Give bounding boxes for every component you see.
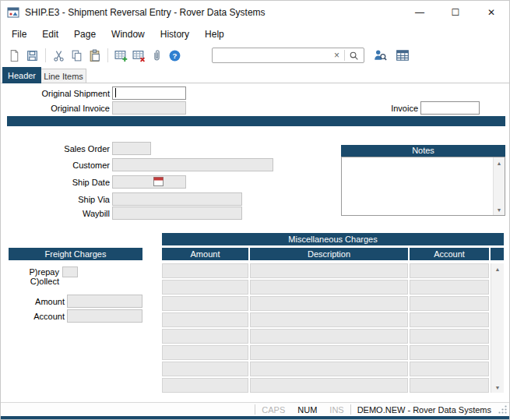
original-shipment-field[interactable] [112,86,186,100]
sales-order-input[interactable] [112,142,151,155]
minimize-button[interactable]: — [402,1,438,24]
resize-grip-icon[interactable] [498,404,508,415]
toolbar-separator [107,48,108,62]
waybill-input[interactable] [112,206,242,220]
original-invoice-label: Original Invoice [1,104,110,113]
misc-cell-r7c2[interactable] [410,378,489,393]
caps-indicator: CAPS [255,405,291,415]
window-bottom-accent [1,416,509,419]
tab-line-items[interactable]: Line Items [41,69,86,83]
invoice-input[interactable] [420,101,480,115]
session-info: DEMO.NEW - Rover Data Systems [351,405,498,415]
copy-icon[interactable] [68,47,85,64]
waybill-label: Waybill [1,209,110,218]
window-title: SHIP.E3 - Shipment Reversal Entry - Rove… [25,7,402,18]
scroll-up-icon[interactable]: ▲ [491,263,504,274]
misc-scrollbar[interactable]: ▲ ▼ [491,263,504,393]
text-caret [115,88,116,97]
misc-cell-r1c2[interactable] [410,280,489,295]
menubar: File Edit Page Window History Help [1,24,509,44]
paste-icon[interactable] [86,47,103,64]
misc-cell-r6c2[interactable] [410,362,489,376]
header-tab-page: Original Shipment Original Invoice Invoi… [1,83,509,403]
titlebar: SHIP.E3 - Shipment Reversal Entry - Rove… [1,1,509,24]
search-divider [344,50,345,61]
misc-cell-r6c1[interactable] [250,362,408,376]
cut-icon[interactable] [50,47,67,64]
scroll-up-icon[interactable]: ▲ [494,157,505,168]
misc-cell-r2c0[interactable] [162,296,248,311]
misc-cell-r2c2[interactable] [410,296,489,311]
customer-input[interactable] [112,158,273,171]
misc-cell-r7c1[interactable] [250,378,408,393]
original-shipment-input[interactable] [112,86,186,100]
prepay-collect-input[interactable] [62,266,78,277]
num-indicator: NUM [291,405,323,415]
menu-edit[interactable]: Edit [34,26,66,43]
menu-help[interactable]: Help [197,26,232,43]
original-invoice-input[interactable] [112,101,186,115]
misc-cell-r4c0[interactable] [162,329,248,344]
menu-file[interactable]: File [4,26,34,43]
misc-cell-r7c0[interactable] [162,378,248,393]
misc-charges-header: Miscellaneous Charges [162,233,504,245]
misc-cell-r3c0[interactable] [162,312,248,327]
search-input[interactable] [215,49,331,62]
scroll-down-icon[interactable]: ▼ [491,382,504,393]
app-icon [7,6,19,19]
freight-account-input[interactable] [67,309,142,323]
misc-charges-grid [162,263,489,393]
misc-cell-r3c1[interactable] [250,312,408,327]
ship-date-input[interactable] [112,175,186,189]
freight-charges-header: Freight Charges [9,248,142,260]
misc-cell-r4c2[interactable] [410,329,489,344]
misc-column-header-amount: Amount [162,248,248,260]
menu-history[interactable]: History [153,26,197,43]
insert-line-icon[interactable] [112,47,129,64]
misc-cell-r5c0[interactable] [162,345,248,360]
tabbar: Header Line Items [1,66,509,83]
close-button[interactable]: ✕ [473,1,509,24]
misc-cell-r1c1[interactable] [250,280,408,295]
attach-icon[interactable] [148,47,165,64]
menu-window[interactable]: Window [104,26,153,43]
toolbar: ? × [1,44,509,66]
ship-via-input[interactable] [112,192,242,206]
clear-search-icon[interactable]: × [331,51,343,60]
menu-page[interactable]: Page [66,26,104,43]
find-user-icon[interactable] [371,47,389,64]
maximize-button[interactable]: ☐ [438,1,473,24]
misc-cell-r1c0[interactable] [162,280,248,295]
misc-column-header-row: AmountDescriptionAccount [162,248,504,260]
calendar-icon[interactable] [153,177,164,186]
section-divider-bar [7,116,505,126]
misc-column-header-account: Account [410,248,489,260]
browse-table-icon[interactable] [394,47,411,64]
help-icon[interactable]: ? [166,47,183,64]
misc-cell-r0c1[interactable] [250,263,408,278]
misc-cell-r5c2[interactable] [410,345,489,360]
delete-line-icon[interactable] [130,47,147,64]
misc-cell-r0c2[interactable] [410,263,489,278]
misc-cell-r5c1[interactable] [250,345,408,360]
search-icon[interactable] [346,51,361,61]
misc-cell-r4c1[interactable] [250,329,408,344]
tab-header[interactable]: Header [2,67,41,83]
notes-panel: ▲ ▼ [341,157,505,216]
new-document-icon[interactable] [5,47,23,64]
scroll-down-icon[interactable]: ▼ [494,204,505,215]
misc-cell-r2c1[interactable] [250,296,408,311]
misc-cell-r6c0[interactable] [162,362,248,376]
misc-cell-r3c2[interactable] [410,312,489,327]
ins-indicator: INS [323,405,350,415]
app-window: SHIP.E3 - Shipment Reversal Entry - Rove… [0,0,510,420]
notes-header: Notes [341,145,505,157]
save-icon[interactable] [23,47,40,64]
misc-cell-r0c0[interactable] [162,263,248,278]
notes-scrollbar[interactable]: ▲ ▼ [493,157,505,215]
notes-textarea[interactable] [342,157,493,215]
ship-date-label: Ship Date [1,178,110,187]
toolbar-search[interactable]: × [212,48,364,63]
freight-amount-label: Amount [1,297,65,306]
freight-amount-input[interactable] [67,295,142,308]
